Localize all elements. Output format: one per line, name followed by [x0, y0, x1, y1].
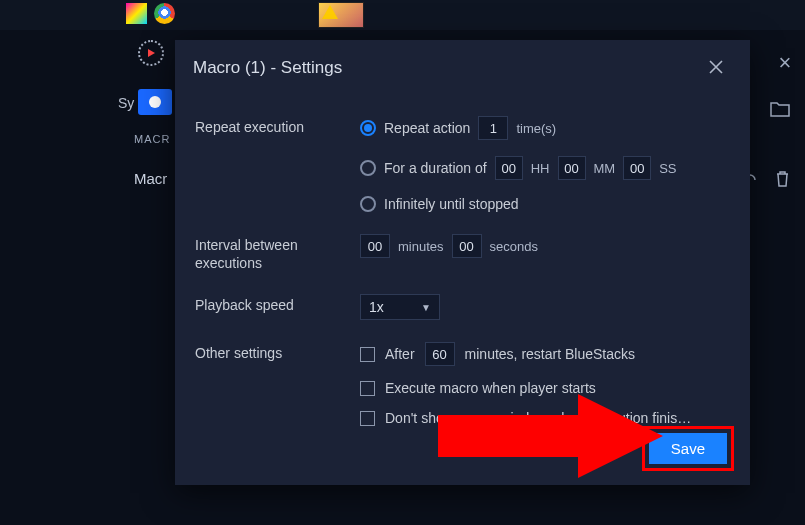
select-playback-speed[interactable]: 1x ▼ — [360, 294, 440, 320]
app-icon-chrome[interactable] — [154, 3, 175, 24]
checkbox-hide-window[interactable] — [360, 411, 375, 426]
input-interval-seconds[interactable]: 00 — [452, 234, 482, 258]
bg-active-tab[interactable] — [138, 89, 172, 115]
save-button[interactable]: Save — [649, 433, 727, 464]
unit-times: time(s) — [516, 121, 556, 136]
unit-seconds: seconds — [490, 239, 538, 254]
bg-section-label: MACR — [134, 133, 170, 145]
radio-repeat-action[interactable] — [360, 120, 376, 136]
input-hours[interactable]: 00 — [495, 156, 523, 180]
option-duration[interactable]: For a duration of 00 HH 00 MM 00 SS — [360, 156, 730, 180]
checkbox-restart-after[interactable] — [360, 347, 375, 362]
close-button[interactable] — [700, 54, 732, 82]
label-interval: Interval between executions — [195, 234, 360, 272]
text-execute-on-start: Execute macro when player starts — [385, 380, 596, 396]
label-playback-speed: Playback speed — [195, 294, 360, 314]
record-indicator-icon — [149, 96, 161, 108]
app-icon-gallery[interactable] — [126, 3, 147, 24]
outer-close-button[interactable]: × — [770, 50, 800, 76]
option-hide-window[interactable]: Don't show macro window when execution f… — [360, 410, 730, 426]
label-ss: SS — [659, 161, 676, 176]
svg-marker-0 — [148, 49, 155, 57]
label-other-settings: Other settings — [195, 342, 360, 362]
dialog-header: Macro (1) - Settings — [175, 40, 750, 90]
text-repeat-action: Repeat action — [384, 120, 470, 136]
macro-record-icon[interactable] — [138, 40, 164, 66]
checkbox-execute-on-start[interactable] — [360, 381, 375, 396]
delete-icon[interactable] — [775, 170, 790, 190]
bg-label-sy: Sy — [118, 95, 134, 111]
label-hh: HH — [531, 161, 550, 176]
input-seconds[interactable]: 00 — [623, 156, 651, 180]
row-interval: Interval between executions 00 minutes 0… — [195, 234, 730, 272]
text-after: After — [385, 346, 415, 362]
input-restart-minutes[interactable]: 60 — [425, 342, 455, 366]
row-other-settings: Other settings After 60 minutes, restart… — [195, 342, 730, 426]
label-mm: MM — [594, 161, 616, 176]
select-value: 1x — [369, 299, 384, 315]
option-infinite[interactable]: Infinitely until stopped — [360, 196, 730, 212]
option-restart-after[interactable]: After 60 minutes, restart BlueStacks — [360, 342, 730, 366]
row-repeat-execution: Repeat execution Repeat action 1 time(s)… — [195, 116, 730, 212]
option-execute-on-start[interactable]: Execute macro when player starts — [360, 380, 730, 396]
radio-infinite[interactable] — [360, 196, 376, 212]
text-infinite: Infinitely until stopped — [384, 196, 519, 212]
save-highlight-box: Save — [642, 426, 734, 471]
macro-settings-dialog: Macro (1) - Settings Repeat execution Re… — [175, 40, 750, 485]
text-duration: For a duration of — [384, 160, 487, 176]
text-restart-post: minutes, restart BlueStacks — [465, 346, 635, 362]
input-interval-minutes[interactable]: 00 — [360, 234, 390, 258]
radio-duration[interactable] — [360, 160, 376, 176]
controls-interval: 00 minutes 00 seconds — [360, 234, 730, 258]
bg-macro-title: Macr — [134, 170, 167, 187]
settings-form: Repeat execution Repeat action 1 time(s)… — [175, 90, 750, 440]
folder-icon[interactable] — [770, 101, 790, 120]
text-hide-window: Don't show macro window when execution f… — [385, 410, 691, 426]
taskbar — [0, 0, 805, 30]
option-repeat-action[interactable]: Repeat action 1 time(s) — [360, 116, 730, 140]
input-minutes[interactable]: 00 — [558, 156, 586, 180]
warning-triangle-icon — [322, 5, 338, 19]
chevron-down-icon: ▼ — [421, 302, 431, 313]
label-repeat-execution: Repeat execution — [195, 116, 360, 136]
input-repeat-times[interactable]: 1 — [478, 116, 508, 140]
close-icon — [708, 59, 724, 75]
unit-minutes: minutes — [398, 239, 444, 254]
row-playback-speed: Playback speed 1x ▼ — [195, 294, 730, 320]
dialog-title: Macro (1) - Settings — [193, 58, 342, 78]
